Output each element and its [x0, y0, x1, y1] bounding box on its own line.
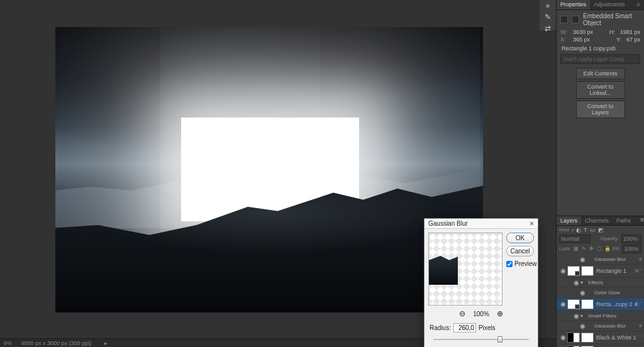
- layer-sub-fxhdr[interactable]: ◉▾Effects: [557, 278, 644, 288]
- tab-channels[interactable]: Channels: [581, 216, 613, 225]
- visibility-toggle[interactable]: ◉: [558, 267, 567, 274]
- layer-thumbnail[interactable]: [567, 266, 580, 276]
- visibility-toggle[interactable]: ◉: [578, 322, 587, 329]
- layers-controls: Kind ▫ ◐ T ▭ ◩ Normal Opacity: 100% Lock…: [557, 226, 644, 255]
- dialog-titlebar[interactable]: Gaussian Blur ×: [425, 219, 538, 229]
- filter-options-icon[interactable]: ≡: [639, 323, 642, 329]
- lock-artboard-icon[interactable]: ▢: [596, 246, 602, 252]
- radius-unit: Pixels: [479, 324, 496, 331]
- lock-paint-icon[interactable]: ✎: [581, 246, 587, 252]
- filter-type-icon[interactable]: T: [584, 227, 587, 233]
- properties-tabs: Properties Adjustments ≡: [557, 0, 644, 10]
- disclosure-icon[interactable]: ▾: [580, 280, 587, 285]
- radius-slider-handle[interactable]: [497, 336, 502, 343]
- smart-filter-badge[interactable]: ◐: [635, 301, 639, 307]
- layers-menu-icon[interactable]: ≡: [640, 216, 644, 225]
- right-panel-column: Properties Adjustments ≡ Embedded Smart …: [556, 0, 644, 347]
- layer-name[interactable]: Black & White 1: [595, 334, 640, 341]
- layer-mask-thumbnail[interactable]: [581, 299, 594, 309]
- status-zoom[interactable]: 6%: [4, 340, 12, 346]
- visibility-toggle[interactable]: ◉: [558, 300, 567, 307]
- layer-sub-fx[interactable]: ◉Outer Glow: [557, 288, 644, 298]
- gaussian-blur-dialog: Gaussian Blur × OK Cancel Preview ⊖ 100%…: [424, 218, 538, 347]
- y-label: Y:: [616, 36, 621, 43]
- layer-expand-icon[interactable]: ˇ: [640, 334, 642, 340]
- tab-layers[interactable]: Layers: [557, 216, 581, 225]
- layer-list[interactable]: ◉Gaussian Blur≡◉Rectangle 1fxˇ◉▾Effects◉…: [557, 255, 644, 348]
- opacity-label: Opacity:: [601, 236, 619, 241]
- layer-sub-filter[interactable]: ◉Gaussian Blur≡: [557, 321, 644, 331]
- visibility-toggle[interactable]: ◉: [578, 256, 587, 263]
- fill-label: Fill:: [613, 246, 620, 251]
- tab-paths[interactable]: Paths: [613, 216, 635, 225]
- layer-sub-label: Gaussian Blur: [593, 256, 639, 262]
- dialog-close-button[interactable]: ×: [530, 219, 534, 228]
- zoom-percent: 100%: [473, 311, 489, 317]
- layer-thumbnail[interactable]: [567, 299, 580, 309]
- radius-slider[interactable]: [433, 336, 529, 343]
- preview-checkbox-input[interactable]: [506, 261, 513, 267]
- layer-row[interactable]: ◉Rectangle 1fxˇ: [557, 265, 644, 278]
- layer-name[interactable]: Rectangle 1: [595, 268, 635, 274]
- opacity-input[interactable]: 100%: [621, 234, 641, 243]
- layer-sub-sfhdr[interactable]: ◉▾Smart Filters: [557, 311, 644, 321]
- layer-thumbnail[interactable]: [567, 333, 580, 343]
- x-value[interactable]: 365 px: [573, 36, 590, 43]
- filter-adj-icon[interactable]: ◐: [576, 227, 581, 233]
- filter-options-icon[interactable]: ≡: [639, 256, 642, 262]
- lock-position-icon[interactable]: ✥: [589, 246, 594, 252]
- layer-mask-thumbnail[interactable]: [581, 266, 594, 276]
- visibility-toggle[interactable]: ◉: [572, 312, 580, 319]
- radius-input[interactable]: [453, 323, 476, 333]
- status-chevron-icon[interactable]: ▸: [104, 339, 108, 347]
- disclosure-icon[interactable]: ▾: [580, 313, 587, 319]
- expand-icon[interactable]: »: [542, 1, 553, 10]
- swap-panel-icon[interactable]: ⇄: [542, 24, 553, 33]
- visibility-toggle[interactable]: ◉: [578, 289, 587, 296]
- tab-properties[interactable]: Properties: [557, 0, 590, 9]
- visibility-toggle[interactable]: ◉: [558, 334, 567, 341]
- fill-input[interactable]: 100%: [622, 245, 641, 253]
- fx-badge[interactable]: fx: [635, 268, 639, 273]
- h-value[interactable]: 1981 px: [620, 29, 640, 35]
- zoom-out-button[interactable]: ⊖: [459, 309, 465, 318]
- dialog-title: Gaussian Blur: [428, 220, 468, 227]
- layer-row[interactable]: ◉Recta...copy 2◐ˇ: [557, 298, 644, 311]
- w-value[interactable]: 3630 px: [573, 29, 593, 35]
- document-canvas[interactable]: [55, 27, 483, 312]
- layer-sub-filter[interactable]: ◉Gaussian Blur≡: [557, 255, 644, 265]
- brush-panel-icon[interactable]: ✎: [542, 13, 553, 21]
- layer-expand-icon[interactable]: ˇ: [640, 268, 642, 273]
- convert-to-layers-button[interactable]: Convert to Layers: [576, 101, 625, 118]
- layer-expand-icon[interactable]: ˇ: [640, 301, 642, 307]
- layer-row[interactable]: ◉Black & White 1ˇ: [557, 331, 644, 344]
- cancel-button[interactable]: Cancel: [506, 246, 534, 256]
- layer-row[interactable]: ◉Color Lookup 1ˇ: [557, 344, 644, 348]
- object-type-label: Embedded Smart Object: [583, 13, 640, 26]
- layer-comp-dropdown[interactable]: Don't Apply Layer Comp: [560, 54, 640, 64]
- y-value[interactable]: 67 px: [626, 36, 640, 43]
- convert-to-linked-button[interactable]: Convert to Linked...: [576, 81, 625, 99]
- blend-mode-select[interactable]: Normal: [559, 234, 591, 243]
- zoom-in-button[interactable]: ⊕: [497, 309, 503, 318]
- x-label: X:: [560, 36, 568, 43]
- layer-sub-label: Smart Filters: [587, 313, 642, 319]
- visibility-toggle[interactable]: ◉: [572, 279, 580, 286]
- properties-menu-icon[interactable]: ≡: [633, 0, 644, 9]
- filter-pixel-icon[interactable]: ▫: [572, 227, 574, 233]
- layer-mask-thumbnail[interactable]: [581, 333, 594, 343]
- status-bar: 6% 4500 px x 3000 px (300 ppi) ▸: [0, 338, 644, 347]
- ok-button[interactable]: OK: [506, 233, 534, 243]
- lock-all-icon[interactable]: 🔒: [604, 246, 611, 252]
- preview-checkbox[interactable]: Preview: [506, 260, 534, 267]
- filter-so-icon[interactable]: ◩: [598, 227, 604, 233]
- lock-transparency-icon[interactable]: ▦: [573, 246, 579, 252]
- edit-contents-button[interactable]: Edit Contents: [576, 68, 625, 79]
- layer-name[interactable]: Recta...copy 2: [595, 301, 635, 307]
- filter-preview[interactable]: [428, 233, 502, 306]
- status-doc-size[interactable]: 4500 px x 3000 px (300 ppi): [21, 340, 92, 346]
- layer-sub-label: Effects: [587, 280, 642, 285]
- radius-label: Radius:: [430, 324, 451, 331]
- tab-adjustments[interactable]: Adjustments: [590, 0, 629, 9]
- filter-shape-icon[interactable]: ▭: [590, 227, 596, 233]
